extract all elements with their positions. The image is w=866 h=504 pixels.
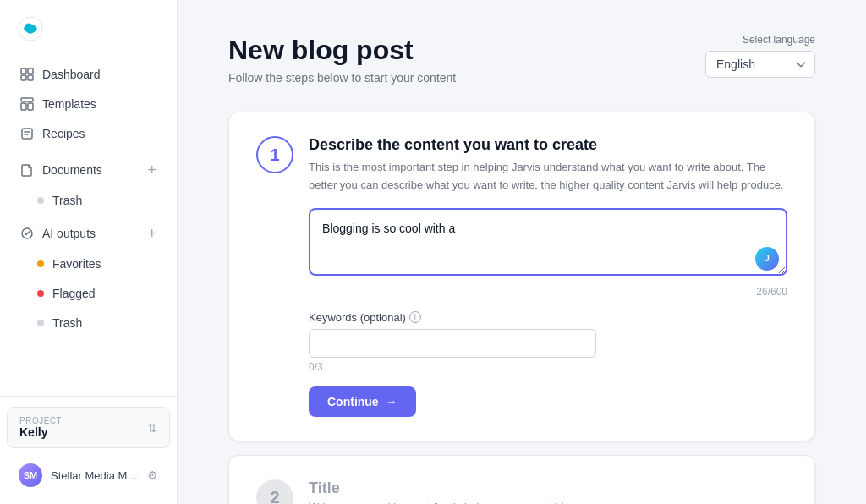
svg-rect-1 [21,68,26,74]
page-title: New blog post [228,34,456,66]
templates-icon [20,97,34,111]
sidebar-item-ai-trash[interactable]: Trash [7,309,170,337]
sidebar: Dashboard Templates Recipes [0,0,178,504]
continue-button[interactable]: Continue → [309,386,416,417]
documents-trash-dot [37,197,44,204]
project-chevron-icon: ⇅ [147,421,157,435]
dashboard-icon [20,68,34,81]
documents-icon [20,163,34,177]
keywords-input[interactable] [309,329,596,358]
sidebar-item-documents-trash[interactable]: Trash [7,186,170,215]
logo-area [0,0,177,56]
main-content: New blog post Follow the steps below to … [178,0,866,504]
favorites-dot [37,260,44,267]
language-select[interactable]: English Spanish French German Italian [705,51,815,78]
step-1-title: Describe the content you want to create [309,136,787,154]
documents-label: Documents [42,163,139,177]
workspace-name: Stellar Media Mar... [51,469,139,482]
svg-rect-8 [22,129,32,139]
sidebar-nav: Dashboard Templates Recipes [0,56,177,396]
flagged-dot [37,290,44,297]
step-1-description: This is the most important step in helpi… [309,159,787,194]
project-section-label: PROJECT [19,416,62,425]
keywords-label-text: Keywords (optional) [309,311,406,324]
step-2-title: Title [309,479,787,497]
continue-label: Continue [327,395,379,408]
svg-rect-6 [21,103,26,110]
recipes-icon [20,127,34,140]
keywords-info-icon[interactable]: i [409,311,421,323]
flagged-label: Flagged [52,287,156,300]
sidebar-item-flagged[interactable]: Flagged [7,279,170,308]
continue-arrow-icon: → [386,395,397,408]
keywords-field-group: Keywords (optional) i 0/3 [309,311,787,373]
step-1-number: 1 [256,136,293,173]
svg-rect-7 [28,103,33,110]
step-1-content: Describe the content you want to create … [309,136,787,417]
keywords-count: 0/3 [309,361,787,373]
documents-add-icon[interactable]: + [147,162,156,178]
app-logo [17,15,44,42]
workspace-settings-icon[interactable]: ⚙ [147,468,158,482]
step-2-card: 2 Title Write your own title or let Jarv… [228,455,815,504]
ai-outputs-add-icon[interactable]: + [147,226,156,241]
svg-rect-3 [21,75,26,80]
ai-trash-label: Trash [52,316,156,330]
keywords-label: Keywords (optional) i [309,311,787,324]
project-name: Kelly [19,425,62,439]
sidebar-item-ai-outputs[interactable]: AI outputs + [7,218,170,249]
step-1-header: 1 Describe the content you want to creat… [256,136,787,417]
svg-rect-2 [28,68,33,74]
step-2-content: Title Write your own title or let Jarvis… [309,479,787,504]
workspace-avatar: SM [19,463,42,487]
step-1-card: 1 Describe the content you want to creat… [228,112,815,441]
sidebar-item-favorites[interactable]: Favorites [7,249,170,278]
sidebar-item-templates[interactable]: Templates [7,90,170,118]
sidebar-item-recipes[interactable]: Recipes [7,119,170,148]
language-selector: Select language English Spanish French G… [705,34,815,78]
language-label: Select language [743,34,815,46]
project-selector[interactable]: PROJECT Kelly ⇅ [7,407,170,448]
page-title-block: New blog post Follow the steps below to … [228,34,456,85]
favorites-label: Favorites [52,257,156,271]
page-header: New blog post Follow the steps below to … [228,34,815,85]
workspace-item[interactable]: SM Stellar Media Mar... ⚙ [7,457,170,494]
step-2-description: Write your own title or let Jarvis help … [309,501,787,504]
page-subtitle: Follow the steps below to start your con… [228,71,456,85]
ai-outputs-label: AI outputs [42,227,139,240]
sidebar-item-documents[interactable]: Documents + [7,155,170,185]
step-2-number: 2 [256,479,293,504]
char-count: 26/600 [309,286,787,298]
svg-rect-5 [21,98,33,101]
textarea-wrapper: Blogging is so cool with a J [309,208,787,279]
content-textarea[interactable]: Blogging is so cool with a [309,208,787,276]
ai-outputs-icon [20,227,34,240]
recipes-label: Recipes [42,127,156,140]
templates-label: Templates [42,97,156,111]
ai-trash-dot [37,320,44,326]
sidebar-bottom: PROJECT Kelly ⇅ SM Stellar Media Mar... … [0,396,177,504]
svg-rect-4 [28,75,33,80]
dashboard-label: Dashboard [42,68,156,81]
sidebar-item-dashboard[interactable]: Dashboard [7,60,170,89]
documents-trash-label: Trash [52,194,156,207]
workspace-initials: SM [24,470,38,480]
step-2-header: 2 Title Write your own title or let Jarv… [256,479,787,504]
jarvis-avatar-icon: J [755,247,779,271]
